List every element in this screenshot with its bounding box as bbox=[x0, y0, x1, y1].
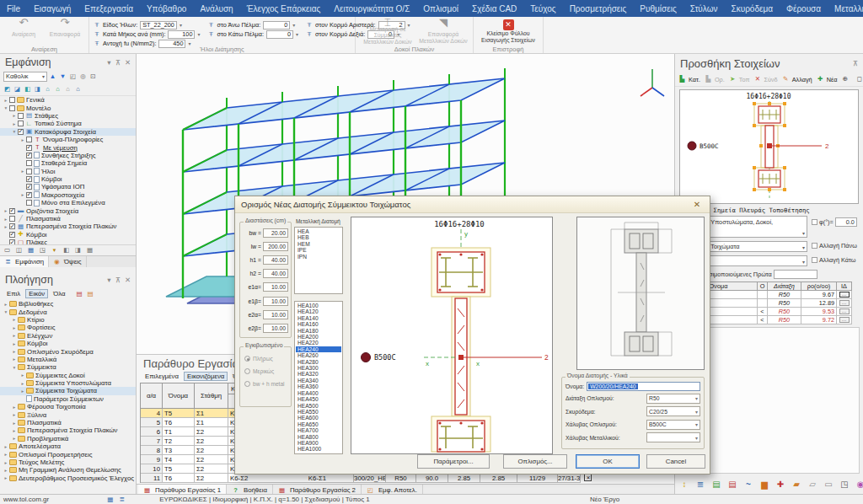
close-icon[interactable]: ✕ bbox=[125, 276, 131, 284]
list-item[interactable]: HEA340 bbox=[296, 378, 341, 383]
item-checkbox[interactable] bbox=[26, 200, 32, 206]
panel-tool-icon[interactable] bbox=[710, 479, 722, 491]
list-item[interactable]: HEA200 bbox=[296, 334, 341, 340]
tree-item[interactable]: ▸ Πεπερασμένα Στοιχεία Πλακών bbox=[0, 223, 136, 230]
list-item[interactable]: HEA400 bbox=[296, 390, 341, 396]
table-cell[interactable]: W300/20_HEB bbox=[354, 474, 386, 483]
expander-icon[interactable]: ▸ bbox=[11, 421, 18, 426]
item-checkbox[interactable] bbox=[26, 176, 32, 182]
item-checkbox[interactable] bbox=[18, 113, 24, 119]
list-item[interactable]: HEA300 bbox=[296, 365, 341, 371]
view-icon[interactable] bbox=[34, 86, 41, 93]
list-item[interactable]: HEA1000 bbox=[296, 446, 341, 452]
angle-input[interactable]: 0.0 bbox=[835, 217, 857, 227]
list-item[interactable]: IPE bbox=[296, 247, 341, 253]
panel-tool-icon[interactable] bbox=[694, 479, 706, 491]
item-checkbox[interactable] bbox=[26, 137, 32, 142]
panel-tool-icon[interactable] bbox=[823, 479, 834, 491]
expander-icon[interactable]: ▸ bbox=[3, 302, 9, 307]
expander-icon[interactable]: ▾ bbox=[11, 365, 18, 370]
radio-icon[interactable] bbox=[244, 356, 250, 362]
tree-item[interactable]: ▸ Τεύχος Μελέτης bbox=[0, 458, 136, 466]
field-value[interactable]: 100 bbox=[168, 30, 195, 39]
list-item[interactable]: HEA800 bbox=[296, 434, 341, 440]
expander-icon[interactable]: ▸ bbox=[3, 452, 9, 457]
tree-item[interactable]: ▸ Μη Γραμμική Ανάλυση Θεμελίωσης bbox=[0, 466, 136, 474]
list-item[interactable]: HEA900 bbox=[296, 440, 341, 446]
field-value[interactable]: 0 bbox=[266, 30, 293, 39]
menu-item[interactable]: Υπόβαθρο bbox=[140, 0, 193, 17]
field-value[interactable]: ST_22_200 bbox=[140, 21, 177, 29]
display-scope-combo[interactable]: Καθολικ▾ bbox=[3, 72, 47, 82]
table-cell[interactable]: 27/31-3 bbox=[558, 474, 581, 483]
chevron-down-icon[interactable]: ▾ bbox=[107, 276, 110, 284]
expander-icon[interactable]: ▸ bbox=[3, 444, 9, 449]
edit-section-button[interactable]: … bbox=[839, 308, 850, 314]
tree-item[interactable]: Με νέμευση bbox=[0, 143, 136, 151]
list-item[interactable]: HEA550 bbox=[296, 409, 341, 415]
expander-icon[interactable]: ▸ bbox=[19, 192, 26, 197]
tree-item[interactable]: ▸ Ήλοι bbox=[0, 168, 136, 175]
menu-item[interactable]: Ανάλυση bbox=[193, 0, 239, 17]
dropdown-icon[interactable]: ▾ bbox=[296, 31, 298, 37]
dropdown-icon[interactable]: ▾ bbox=[292, 22, 295, 28]
expander-icon[interactable]: ▸ bbox=[19, 389, 26, 394]
item-checkbox[interactable] bbox=[18, 129, 24, 135]
menu-item[interactable]: Εισαγωγή bbox=[27, 0, 78, 17]
ok-button[interactable]: OK bbox=[576, 454, 640, 469]
change-bottom-checkbox[interactable]: Αλλαγή Κάτω bbox=[812, 256, 855, 264]
selection-tool-icon[interactable] bbox=[51, 247, 58, 254]
radio-icon[interactable] bbox=[244, 368, 250, 374]
panel-tool-icon[interactable] bbox=[742, 479, 754, 491]
toolbar-button[interactable]: Κατ. bbox=[677, 73, 702, 85]
list-item[interactable]: HEA240 bbox=[296, 346, 341, 352]
section-name-input[interactable]: W200/20/HEA240 bbox=[587, 382, 700, 391]
grid-view-icon[interactable] bbox=[106, 496, 114, 503]
item-checkbox[interactable] bbox=[9, 216, 15, 222]
toolbar-button[interactable]: Σύνδ bbox=[752, 73, 779, 85]
pin-icon[interactable]: ⊼ bbox=[115, 276, 121, 284]
material-combo[interactable]: R50▾ bbox=[646, 394, 700, 404]
tree-item[interactable]: ▸ Σύμμεικτα Τοιχώματα bbox=[0, 387, 136, 394]
expander-icon[interactable]: ▸ bbox=[11, 436, 18, 441]
view-icon[interactable] bbox=[13, 86, 21, 93]
embed-option[interactable]: Μερικώς bbox=[240, 365, 291, 378]
tree-item[interactable]: ▸ Μακροστοιχεία bbox=[0, 191, 136, 199]
selection-tool-icon[interactable] bbox=[3, 247, 11, 254]
expander-icon[interactable]: ▸ bbox=[11, 317, 18, 322]
list-item[interactable]: HEA500 bbox=[296, 403, 341, 409]
list-item[interactable]: HEA600 bbox=[296, 415, 341, 421]
item-checkbox[interactable] bbox=[26, 160, 32, 166]
angle-checkbox[interactable]: φ(°)= 0.0 bbox=[812, 217, 857, 227]
table-cell[interactable]: Κ6-Σ1 bbox=[281, 474, 354, 483]
menu-item[interactable]: Σκυρόδεμα bbox=[725, 0, 780, 17]
expander-icon[interactable]: ▸ bbox=[11, 357, 18, 362]
tree-item[interactable]: ▸ Οπλισμένο Σκυρόδεμα bbox=[0, 347, 136, 355]
section-drawing-canvas[interactable]: 16Φ16+28Φ10 y x x 2 B500C bbox=[351, 217, 553, 454]
item-checkbox[interactable] bbox=[26, 145, 32, 151]
dimension-input[interactable]: 10.00 bbox=[263, 324, 288, 333]
tree-item[interactable]: Συνθήκες Στήριξης bbox=[0, 152, 136, 159]
view-icon[interactable] bbox=[64, 86, 72, 93]
edit-section-button[interactable]: … bbox=[839, 300, 850, 306]
tree-item[interactable]: ▸ Φέρουσα Τοιχοποιία bbox=[0, 403, 136, 410]
menu-item[interactable]: Στύλων bbox=[683, 0, 725, 17]
change-top-checkbox[interactable]: Αλλαγή Πάνω bbox=[812, 242, 857, 249]
table-cell[interactable]: 2.85 bbox=[480, 474, 517, 483]
toolbar-icon[interactable] bbox=[79, 73, 87, 80]
nav-folder-icon[interactable] bbox=[87, 291, 94, 298]
selection-tool-icon[interactable] bbox=[15, 247, 23, 254]
item-checkbox[interactable] bbox=[26, 192, 32, 198]
pin-icon[interactable]: ⊼ bbox=[853, 59, 858, 67]
list-item[interactable]: HEA280 bbox=[296, 359, 341, 365]
selection-tool-icon[interactable] bbox=[62, 247, 70, 254]
tree-item[interactable]: ▸ Πλασματικά bbox=[0, 419, 136, 426]
expander-icon[interactable]: ▸ bbox=[3, 468, 9, 473]
toolbar-button[interactable]: Τοπ bbox=[727, 73, 752, 85]
expander-icon[interactable]: ▸ bbox=[19, 373, 26, 378]
tree-item[interactable]: ▾ Μοντέλο bbox=[0, 104, 136, 111]
tree-item[interactable]: ▸ Μεταλλικά bbox=[0, 356, 136, 363]
item-checkbox[interactable] bbox=[9, 97, 15, 103]
tree-item[interactable]: Μόνο στα Επιλεγμένα bbox=[0, 199, 136, 206]
list-item[interactable]: HEA360 bbox=[296, 383, 341, 389]
